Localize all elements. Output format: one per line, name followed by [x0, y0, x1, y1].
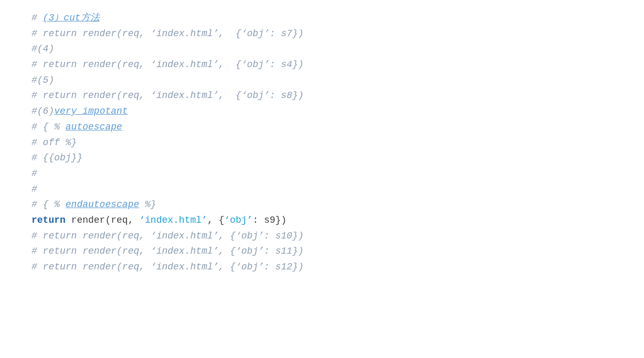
code-line-17: # return render(req, ‘index.html’, {‘obj…	[0, 259, 644, 275]
code-line-6: # return render(req, ‘index.html’, {‘obj…	[0, 88, 644, 104]
comment-text: # return render(req, ‘index.html’, {‘obj…	[31, 259, 303, 275]
code-line-4: # return render(req, ‘index.html’, {‘obj…	[0, 57, 644, 73]
code-line-10: # {{obj}}	[0, 150, 644, 166]
comment-text: # return render(req, ‘index.html’, {‘obj…	[31, 244, 303, 259]
comment-text: # return render(req, ‘index.html’, {‘obj…	[31, 88, 303, 104]
code-text: render(req,	[66, 213, 139, 229]
code-line-11: #	[0, 166, 644, 182]
code-line-5: #(5)	[0, 73, 644, 89]
string-text: ‘obj’	[224, 213, 252, 229]
code-text: : s9})	[252, 213, 287, 229]
comment-text: # { % endautoescape %}	[31, 197, 156, 213]
code-line-14: return render(req, ‘index.html’, {‘obj’:…	[0, 213, 644, 229]
code-line-2: # return render(req, ‘index.html’, {‘obj…	[0, 26, 644, 42]
comment-text: #(6)very impotant	[31, 104, 128, 120]
code-text: , {	[207, 213, 224, 229]
code-line-12: #	[0, 182, 644, 198]
code-line-1: # (3）cut方法	[0, 10, 644, 26]
comment-text: # off %}	[31, 135, 77, 151]
code-line-7: #(6)very impotant	[0, 104, 644, 120]
comment-text: #	[31, 182, 37, 198]
string-text: ‘index.html’	[139, 213, 207, 229]
code-line-13: # { % endautoescape %}	[0, 197, 644, 213]
code-editor: # (3）cut方法 # return render(req, ‘index.h…	[0, 5, 644, 358]
comment-text: # return render(req, ‘index.html’, {‘obj…	[31, 26, 303, 42]
code-line-3: #(4)	[0, 41, 644, 57]
comment-text: # { % autoescape	[31, 120, 122, 135]
code-line-16: # return render(req, ‘index.html’, {‘obj…	[0, 244, 644, 259]
comment-text: # (3）cut方法	[31, 10, 100, 26]
comment-text: #(4)	[31, 41, 54, 57]
comment-text: #	[31, 166, 37, 182]
comment-text: #(5)	[31, 73, 54, 89]
comment-text: # return render(req, ‘index.html’, {‘obj…	[31, 229, 303, 244]
code-line-8: # { % autoescape	[0, 120, 644, 135]
code-line-9: # off %}	[0, 135, 644, 151]
comment-text: # {{obj}}	[31, 150, 82, 166]
code-line-15: # return render(req, ‘index.html’, {‘obj…	[0, 229, 644, 244]
keyword-return: return	[31, 213, 66, 229]
comment-text: # return render(req, ‘index.html’, {‘obj…	[31, 57, 303, 73]
